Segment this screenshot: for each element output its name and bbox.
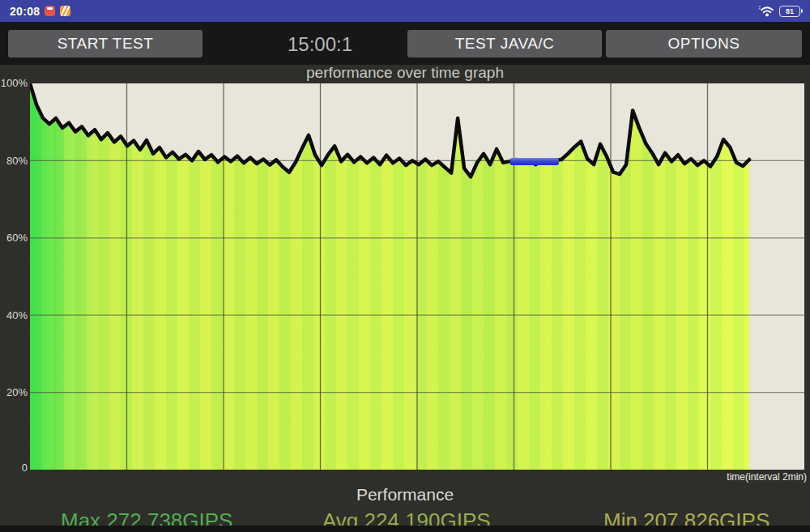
timer-display: 15:00:1 [243,22,397,65]
highlight-segment [510,158,559,165]
chart-title: performance over time graph [0,64,810,82]
battery-percentage: 81 [786,7,794,15]
status-bar-right: 81 [758,5,800,17]
summary-section-title: Performance [0,485,810,504]
bottom-edge-bar [0,526,810,532]
status-bar: 20:08 81 [0,0,810,22]
y-axis-tick-40: 40% [0,309,28,321]
options-button[interactable]: OPTIONS [606,30,802,57]
battery-icon: 81 [779,6,800,17]
toolbar: START TEST 15:00:1 TEST JAVA/C OPTIONS [0,22,810,65]
notification-app-icon-2 [60,6,70,16]
test-java-c-button[interactable]: TEST JAVA/C [407,30,602,57]
notification-app-icon [45,6,55,16]
y-axis-tick-100: 100% [0,77,28,89]
y-axis-tick-60: 60% [0,232,28,244]
performance-chart-svg [30,83,804,470]
performance-chart[interactable] [30,83,804,470]
start-test-button[interactable]: START TEST [8,30,202,57]
y-axis-tick-0: 0 [0,462,28,474]
status-bar-left: 20:08 [10,5,70,18]
app-screen: 20:08 81 START TEST 15:00:1 TEST JAVA/C … [0,0,810,532]
clock: 20:08 [10,5,40,18]
y-axis-tick-80: 80% [0,155,28,167]
x-axis-label: time(interval 2min) [727,471,807,483]
wifi-icon [758,5,774,17]
y-axis-tick-20: 20% [0,386,28,398]
